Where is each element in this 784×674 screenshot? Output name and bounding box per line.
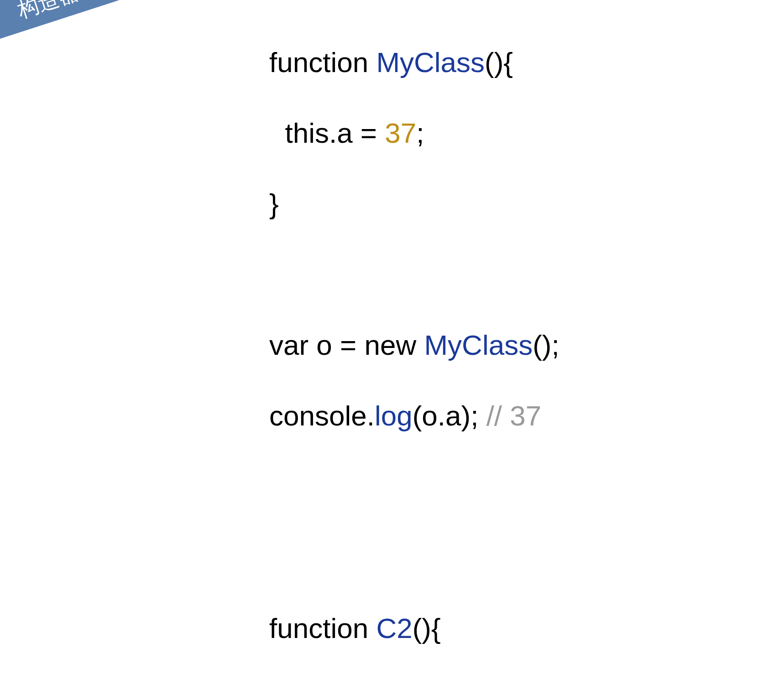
code-block: function MyClass(){ this.a = 37; } var o… (269, 9, 559, 674)
keyword-function: function (269, 47, 376, 78)
slide-title-text: 构造器中的this (14, 0, 154, 25)
identifier-log: log (375, 400, 413, 431)
blank-line (269, 469, 559, 504)
brace-close: } (269, 188, 279, 219)
paren: (); (533, 329, 559, 361)
statement: console. (269, 400, 375, 431)
statement: var o = new (269, 329, 424, 361)
brace-open: (){ (485, 47, 513, 78)
code-line-3: } (269, 186, 559, 222)
number-literal: 37 (385, 117, 416, 149)
code-line-8: function C2(){ (269, 611, 559, 646)
blank-line (269, 540, 559, 575)
brace-open: (){ (413, 612, 441, 644)
code-line-5: var o = new MyClass(); (269, 327, 559, 363)
code-line-2: this.a = 37; (269, 115, 559, 151)
identifier-myclass: MyClass (424, 329, 533, 361)
code-line-1: function MyClass(){ (269, 45, 559, 80)
keyword-function: function (269, 612, 376, 644)
comment: // 37 (486, 400, 542, 431)
blank-line (269, 257, 559, 292)
identifier-c2: C2 (376, 612, 412, 644)
semicolon: ; (416, 117, 424, 149)
code-line-6: console.log(o.a); // 37 (269, 398, 559, 434)
paren: (o.a); (413, 400, 486, 431)
identifier-myclass: MyClass (376, 47, 485, 78)
statement: this.a = (269, 117, 385, 149)
slide-title-ribbon: 构造器中的this (0, 0, 208, 56)
